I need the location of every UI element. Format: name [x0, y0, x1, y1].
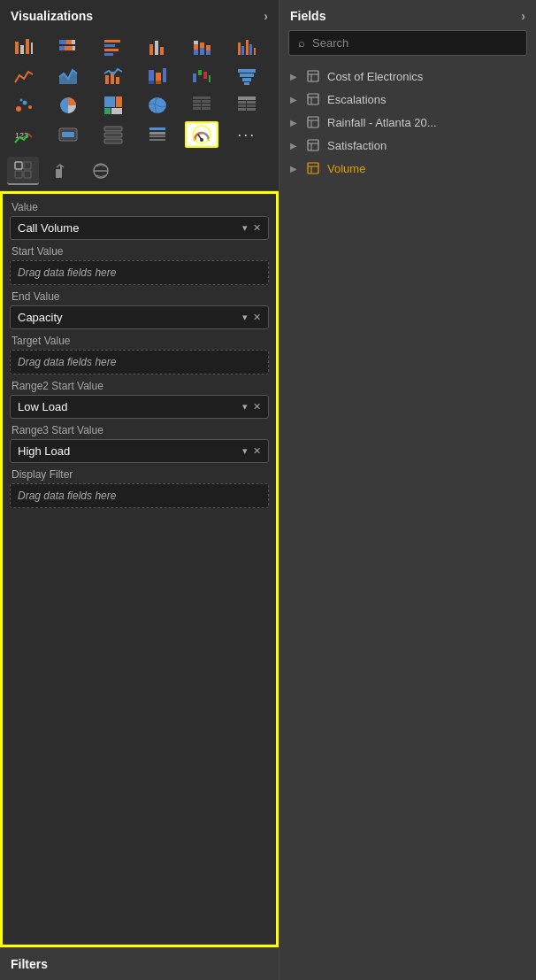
start-value-label: Start Value	[10, 245, 269, 258]
bar-chart-icon[interactable]	[7, 34, 41, 60]
fields-tab[interactable]	[7, 157, 39, 185]
fields-title: Fields	[290, 9, 325, 23]
svg-rect-53	[104, 108, 111, 114]
svg-point-47	[23, 101, 27, 105]
svg-rect-73	[104, 127, 122, 131]
low-load-box[interactable]: Low Load ▾ ✕	[10, 395, 269, 419]
map-icon[interactable]	[141, 92, 174, 119]
target-value-placeholder[interactable]: Drag data fields here	[10, 350, 269, 374]
table-viz-icon[interactable]	[230, 92, 264, 119]
area-chart-icon[interactable]	[51, 63, 85, 89]
cost-of-electronics-item[interactable]: ▶ Cost of Electronics	[287, 65, 529, 88]
filters-section-header[interactable]: Filters	[0, 947, 279, 980]
svg-rect-43	[240, 73, 254, 77]
rainfall-item[interactable]: ▶ Rainfall - Atlanta 20...	[287, 111, 529, 134]
treemap-icon[interactable]	[96, 92, 130, 119]
high-load-box[interactable]: High Load ▾ ✕	[10, 439, 269, 463]
svg-rect-12	[104, 49, 119, 51]
svg-rect-65	[247, 101, 256, 104]
low-load-remove-icon[interactable]: ✕	[253, 401, 261, 413]
scatter-icon[interactable]	[7, 92, 41, 119]
svg-rect-5	[66, 40, 72, 44]
svg-rect-91	[308, 71, 318, 81]
svg-rect-36	[156, 81, 161, 84]
high-load-controls: ▾ ✕	[242, 445, 261, 457]
search-box[interactable]: ⌕ Search	[288, 30, 527, 56]
svg-rect-44	[242, 78, 251, 81]
range2-start-group: Range2 Start Value Low Load ▾ ✕	[10, 380, 269, 419]
matrix-icon[interactable]	[185, 92, 218, 119]
svg-rect-97	[308, 117, 318, 127]
expand-arrow-icon: ▶	[290, 164, 299, 174]
waterfall-icon[interactable]	[185, 63, 218, 89]
pie-icon[interactable]	[51, 92, 85, 119]
low-load-dropdown-arrow-icon[interactable]: ▾	[242, 401, 248, 413]
svg-rect-51	[104, 96, 115, 107]
svg-rect-6	[72, 40, 75, 44]
svg-rect-72	[62, 132, 74, 137]
svg-rect-11	[104, 44, 115, 47]
more-icons-button[interactable]: ···	[230, 121, 264, 148]
expand-arrow-icon: ▶	[290, 141, 299, 150]
high-load-dropdown-arrow-icon[interactable]: ▾	[242, 445, 248, 457]
svg-rect-87	[56, 169, 60, 178]
svg-rect-16	[160, 47, 164, 55]
table-icon	[306, 69, 320, 83]
escalations-item[interactable]: ▶ Escalations	[287, 88, 529, 111]
stacked-bar-icon[interactable]	[51, 34, 85, 60]
column-chart-icon[interactable]	[141, 34, 174, 60]
gauge-icon[interactable]	[185, 121, 218, 148]
display-filter-group: Display Filter Drag data fields here	[10, 468, 269, 508]
visualizations-expand-arrow[interactable]: ›	[264, 9, 268, 23]
svg-rect-8	[65, 46, 73, 50]
line-chart-icon[interactable]	[7, 63, 41, 89]
satisfaction-item[interactable]: ▶ Satisfaction	[287, 134, 529, 157]
svg-rect-21	[200, 42, 204, 48]
svg-rect-86	[24, 171, 31, 178]
svg-rect-75	[104, 139, 122, 143]
cost-of-electronics-label: Cost of Electronics	[327, 70, 423, 83]
value-label: Value	[10, 201, 269, 213]
stacked-column-icon[interactable]	[185, 34, 218, 60]
start-value-placeholder[interactable]: Drag data fields here	[10, 260, 269, 285]
svg-rect-26	[246, 40, 249, 55]
svg-rect-0	[15, 42, 19, 54]
capacity-box[interactable]: Capacity ▾ ✕	[10, 305, 269, 329]
value-group: Value Call Volume ▾ ✕	[10, 201, 269, 240]
funnel-icon[interactable]	[230, 63, 264, 89]
capacity-dropdown-arrow-icon[interactable]: ▾	[242, 312, 248, 323]
format-tab[interactable]	[46, 157, 78, 185]
clustered-column-icon[interactable]	[230, 34, 264, 60]
fields-expand-arrow[interactable]: ›	[521, 9, 525, 23]
kpi-icon[interactable]: 123	[7, 121, 41, 148]
line-column-icon[interactable]	[96, 63, 130, 89]
high-load-remove-icon[interactable]: ✕	[253, 445, 261, 457]
svg-rect-41	[209, 75, 211, 82]
dropdown-arrow-icon[interactable]: ▾	[242, 222, 248, 234]
viz-tabs	[0, 153, 279, 191]
target-value-label: Target Value	[10, 335, 269, 347]
svg-rect-7	[59, 46, 65, 50]
svg-rect-27	[249, 44, 252, 55]
fields-list: ▶ Cost of Electronics ▶ Escalations ▶ Ra…	[279, 65, 536, 980]
capacity-remove-icon[interactable]: ✕	[253, 312, 261, 323]
clustered-bar-icon[interactable]	[96, 34, 130, 60]
left-panel: Visualizations ›	[0, 0, 279, 980]
display-filter-placeholder[interactable]: Drag data fields here	[10, 483, 269, 508]
call-volume-box[interactable]: Call Volume ▾ ✕	[10, 216, 269, 240]
card-icon[interactable]	[51, 121, 85, 148]
volume-item[interactable]: ▶ Volume	[287, 157, 529, 180]
multi-row-card-icon[interactable]	[96, 121, 130, 148]
svg-rect-60	[202, 104, 211, 106]
start-value-group: Start Value Drag data fields here	[10, 245, 269, 285]
ribbon-icon[interactable]	[141, 63, 174, 89]
svg-rect-32	[116, 77, 119, 84]
slicer-icon[interactable]	[141, 121, 174, 148]
remove-icon[interactable]: ✕	[253, 222, 261, 234]
svg-rect-39	[198, 70, 202, 75]
svg-rect-77	[149, 132, 165, 135]
analytics-tab[interactable]	[85, 157, 117, 185]
table-icon	[306, 92, 320, 106]
svg-rect-9	[73, 46, 75, 50]
fields-header: Fields ›	[279, 0, 536, 30]
